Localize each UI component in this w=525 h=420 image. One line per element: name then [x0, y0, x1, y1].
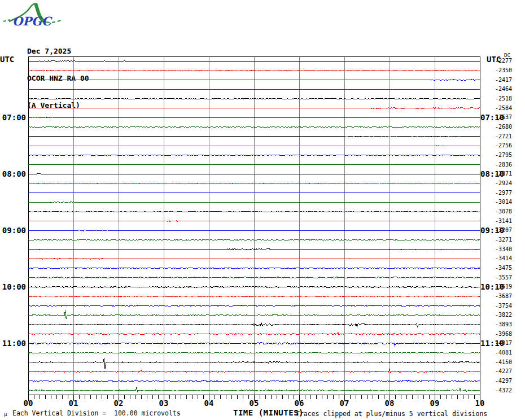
- dc-value: -3557: [495, 274, 512, 281]
- dc-value: -2924: [495, 180, 512, 186]
- dc-value: -2795: [495, 152, 512, 158]
- trace-08:00: [28, 174, 480, 174]
- dc-value: -3414: [495, 255, 512, 261]
- x-tick-label: 07: [336, 399, 353, 408]
- dc-value: -2756: [495, 142, 512, 148]
- helicorder-page: OPGC Dec 7,2025 OCOR HNZ RA 00 (A Vertic…: [0, 0, 525, 420]
- helicorder-plot: [28, 56, 481, 404]
- trace-07:50: [28, 164, 480, 165]
- dc-value: -4150: [495, 359, 512, 365]
- dc-value: -3078: [495, 208, 512, 215]
- x-tick-label: 00: [20, 399, 37, 408]
- dc-value: -3754: [495, 303, 512, 309]
- dc-value: -3207: [495, 227, 512, 233]
- dc-value: -3822: [495, 312, 512, 318]
- dc-value: -3619: [495, 283, 512, 290]
- hour-label-left: 10:00: [0, 282, 26, 291]
- opgc-logo: OPGC: [2, 1, 68, 29]
- x-axis-title: TIME (MINUTES): [233, 408, 304, 417]
- dc-value: -3893: [495, 321, 512, 327]
- mu-glyph: μ: [4, 412, 7, 417]
- x-tick-label: 10: [471, 399, 488, 408]
- dc-value: -2277: [495, 58, 512, 64]
- dc-value: -2464: [495, 86, 512, 92]
- trace-09:10: [28, 240, 480, 240]
- dc-value: -4297: [495, 378, 512, 384]
- dc-value: -3014: [495, 199, 512, 205]
- dc-value: -4017: [495, 340, 512, 346]
- dc-value: -4372: [495, 387, 512, 393]
- trace-07:40: [28, 155, 480, 156]
- x-tick-label: 04: [200, 399, 217, 408]
- x-tick-label: 08: [381, 399, 398, 408]
- hour-label-left: 08:00: [0, 169, 26, 178]
- dc-value: -3271: [495, 237, 512, 243]
- utc-label-left: UTC: [0, 55, 14, 64]
- x-tick-label: 01: [65, 399, 82, 408]
- dc-value: -2721: [495, 133, 512, 139]
- dc-value: -4227: [495, 368, 512, 374]
- x-tick-label: 02: [110, 399, 127, 408]
- dc-value: -3340: [495, 246, 512, 252]
- dc-value: -3141: [495, 218, 512, 224]
- x-tick-label: 06: [291, 399, 308, 408]
- logo-swoosh-icon: OPGC: [2, 1, 68, 29]
- dc-value: -3968: [495, 331, 512, 337]
- trace-07:10: [28, 127, 480, 128]
- header-date: Dec 7,2025: [27, 47, 89, 56]
- hour-label-left: 11:00: [0, 339, 26, 348]
- trace-06:30: [28, 89, 480, 90]
- trace-08:10: [28, 183, 480, 184]
- logo-text: OPGC: [12, 14, 53, 28]
- dc-value: -2836: [495, 161, 512, 168]
- dc-value: -4081: [495, 349, 512, 356]
- vertical-division-note: Each Vertical Division = 100.00 microvol…: [12, 409, 181, 417]
- trace-08:40: [28, 212, 480, 212]
- dc-value: -2518: [495, 95, 512, 102]
- dc-value: -2977: [495, 190, 512, 196]
- x-tick-label: 05: [246, 399, 262, 408]
- dc-value: -2637: [495, 114, 512, 120]
- dc-value: -3687: [495, 293, 512, 299]
- dc-value: -2871: [495, 170, 512, 177]
- trace-06:40: [28, 99, 480, 99]
- trace-08:20: [28, 193, 480, 193]
- hour-label-left: 09:00: [0, 226, 26, 235]
- dc-value: -2584: [495, 105, 512, 111]
- dc-value: -2417: [495, 77, 512, 83]
- x-tick-label: 09: [426, 399, 443, 408]
- dc-value: -2680: [495, 124, 512, 130]
- x-tick-label: 03: [155, 399, 172, 408]
- dc-value: -3475: [495, 265, 512, 271]
- clipping-note: Traces clipped at plus/minus 5 vertical …: [296, 410, 487, 418]
- dc-value: -2350: [495, 67, 512, 73]
- hour-label-left: 07:00: [0, 113, 26, 122]
